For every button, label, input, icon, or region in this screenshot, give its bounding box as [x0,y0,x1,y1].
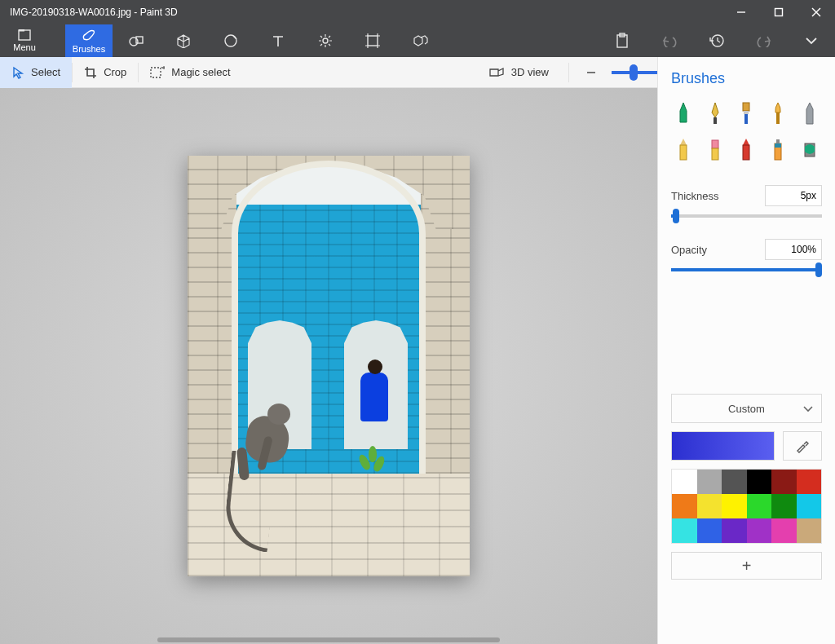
brushes-panel: Brushes Thickness Opacity Custom [657,57,835,644]
3d-view-button[interactable]: 3D view [477,57,560,88]
crop-button[interactable]: Crop [73,57,138,88]
palette-swatch[interactable] [672,518,697,543]
palette-swatch[interactable] [771,494,797,518]
select-button[interactable]: Select [0,57,72,88]
palette-swatch[interactable] [747,518,772,543]
canvas[interactable] [188,156,470,576]
close-button[interactable] [797,0,835,24]
palette-swatch[interactable] [722,494,747,518]
redo-button[interactable] [740,24,788,57]
window-title: IMG-20190318-WA0016.jpg - Paint 3D [0,7,722,18]
magic-select-label: Magic select [171,66,230,78]
svg-rect-20 [744,111,749,114]
menu-button[interactable]: Menu [0,24,49,57]
tab-canvas[interactable] [349,24,396,57]
svg-rect-21 [744,114,748,124]
brush-fill[interactable] [797,135,822,164]
opacity-slider[interactable] [671,268,822,271]
current-color-swatch[interactable] [671,431,775,461]
add-color-button[interactable]: + [671,552,822,580]
svg-rect-28 [775,143,781,148]
opacity-label: Opacity [671,244,707,256]
paste-button[interactable] [599,24,646,57]
svg-point-9 [323,38,328,43]
palette-swatch[interactable] [747,494,772,518]
palette-swatch[interactable] [697,470,722,494]
magic-select-button[interactable]: Magic select [139,57,241,88]
panel-title: Brushes [671,70,822,87]
menu-label: Menu [13,42,36,52]
3d-view-label: 3D view [511,66,549,78]
palette-swatch[interactable] [797,494,822,518]
zoom-out-button[interactable] [577,57,605,88]
palette-swatch[interactable] [697,494,722,518]
brush-calligraphy-pen[interactable] [703,99,728,128]
brush-pixel-pen[interactable] [797,99,822,128]
undo-button[interactable] [646,24,693,57]
tab-brushes[interactable]: Brushes [65,24,113,57]
svg-rect-23 [680,145,687,160]
svg-rect-19 [743,103,749,111]
brush-pencil[interactable] [671,135,696,164]
brush-spray-can[interactable] [766,135,791,164]
color-palette [671,469,822,544]
workspace[interactable] [0,88,657,644]
tab-2d-shapes[interactable] [113,24,160,57]
thickness-slider[interactable] [671,214,822,218]
thickness-label: Thickness [671,190,719,202]
chevron-down-icon [803,403,813,415]
palette-swatch[interactable] [697,518,722,543]
tab-3d-library[interactable] [396,24,444,57]
palette-swatch[interactable] [797,518,822,543]
svg-rect-14 [151,68,161,77]
3d-view-icon [488,67,505,78]
eyedropper-button[interactable] [783,431,822,461]
svg-rect-29 [776,139,780,143]
brush-watercolor[interactable] [766,99,791,128]
tab-3d-shapes[interactable] [160,24,207,57]
brush-eraser[interactable] [703,135,728,164]
opacity-input[interactable] [765,239,822,260]
horizontal-scrollbar[interactable] [157,637,500,642]
svg-rect-26 [743,145,749,160]
ribbon: Menu Brushes [0,24,835,57]
material-dropdown-label: Custom [728,403,765,415]
palette-swatch[interactable] [771,518,797,543]
palette-swatch[interactable] [722,518,747,543]
svg-rect-24 [712,140,718,148]
history-button[interactable] [693,24,740,57]
titlebar: IMG-20190318-WA0016.jpg - Paint 3D [0,0,835,24]
palette-swatch[interactable] [672,494,697,518]
select-label: Select [31,66,60,78]
thickness-input[interactable] [765,185,822,206]
palette-swatch[interactable] [747,470,772,494]
svg-rect-22 [776,112,780,124]
expand-ribbon-button[interactable] [788,24,835,57]
svg-rect-4 [19,30,30,40]
brush-marker[interactable] [671,99,696,128]
cursor-icon [11,66,24,79]
crop-icon [84,66,97,79]
svg-rect-25 [712,148,718,160]
tab-text[interactable] [254,24,302,57]
maximize-button[interactable] [760,0,797,24]
tab-stickers[interactable] [207,24,254,57]
tab-effects[interactable] [302,24,349,57]
zoom-slider-thumb[interactable] [630,64,638,81]
minimize-button[interactable] [722,0,760,24]
tab-brushes-label: Brushes [73,44,105,54]
magic-select-icon [150,66,165,79]
brush-oil-brush[interactable] [734,99,759,128]
palette-swatch[interactable] [771,470,797,494]
material-dropdown[interactable]: Custom [671,394,822,423]
brush-crayon[interactable] [734,135,759,164]
svg-rect-18 [714,117,717,124]
svg-rect-10 [368,36,378,46]
svg-rect-1 [775,9,783,16]
brush-grid [671,99,822,164]
palette-swatch[interactable] [672,470,697,494]
palette-swatch[interactable] [797,470,822,494]
crop-label: Crop [104,66,126,78]
palette-swatch[interactable] [722,470,747,494]
